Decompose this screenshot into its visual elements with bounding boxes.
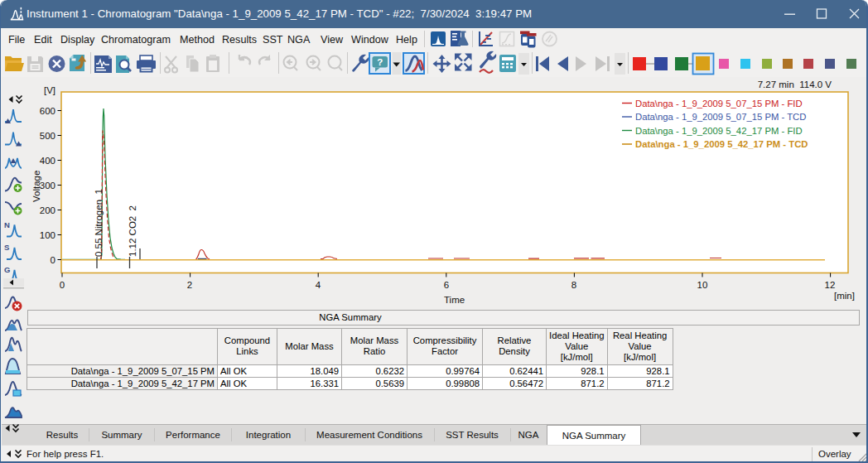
svg-text:S: S	[4, 243, 9, 252]
svg-text:G: G	[4, 265, 10, 274]
svg-text:N: N	[4, 220, 10, 229]
